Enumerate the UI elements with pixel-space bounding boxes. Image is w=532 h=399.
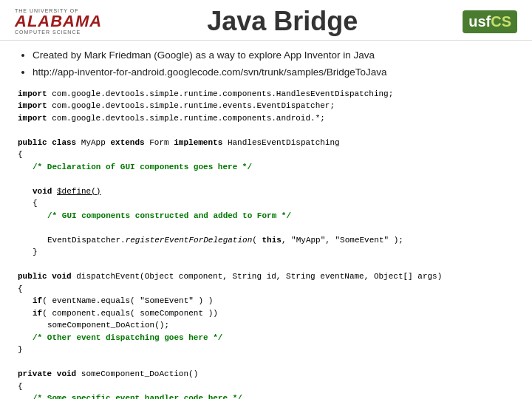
comment-gui: /* Declaration of GUI components goes he… (33, 161, 514, 174)
void-sdefine: void $define() (33, 185, 514, 198)
private-decl: private void someComponent_DoAction() (18, 368, 514, 381)
main-content: Created by Mark Friedman (Google) as a w… (0, 41, 532, 399)
comment-other: /* Other event dispatching goes here */ (33, 332, 514, 344)
page-title: Java Bridge (102, 6, 463, 37)
import-2: import com.google.devtools.simple.runtim… (18, 100, 514, 112)
comment-constructed: /* GUI components constructed and added … (47, 210, 514, 222)
blank-3 (18, 222, 514, 234)
dispatch-open: { (18, 283, 514, 296)
import-3: import com.google.devtools.simple.runtim… (18, 112, 514, 125)
bullet-list: Created by Mark Friedman (Google) as a w… (18, 48, 514, 81)
if-event: if( eventName.equals( "SomeEvent" ) ) (33, 295, 514, 307)
import-1: import com.google.devtools.simple.runtim… (18, 88, 514, 100)
private-open: { (18, 381, 514, 393)
header: THE UNIVERSITY OF ALABAMA COMPUTER SCIEN… (0, 0, 532, 41)
blank-5 (18, 356, 514, 369)
bullet-item-1: Created by Mark Friedman (Google) as a w… (33, 48, 514, 63)
class-decl: public class MyApp extends Form implemen… (18, 137, 514, 149)
void-close: } (33, 246, 514, 259)
logo-usf: usfCS (463, 10, 517, 33)
dispatch-close: } (18, 344, 514, 356)
blank-2 (18, 173, 514, 185)
some-action: someComponent_DoAction(); (47, 319, 514, 332)
bullet-item-2: http://app-inventor-for-android.googleco… (33, 65, 514, 80)
code-block: import com.google.devtools.simple.runtim… (18, 88, 514, 400)
univ-line3: COMPUTER SCIENCE (15, 30, 81, 35)
usf-logo-text: usfCS (468, 13, 511, 30)
blank-4 (18, 259, 514, 271)
dispatcher-line: EventDispatcher.registerEventForDelegati… (47, 234, 514, 247)
univ-line2: ALABAMA (15, 13, 102, 30)
if-component: if( component.equals( someComponent )) (33, 307, 514, 320)
class-open: { (18, 149, 514, 161)
comment-specific: /* Some specific event handler code here… (33, 392, 514, 399)
blank-1 (18, 124, 514, 137)
void-open: { (33, 197, 514, 210)
dispatch-decl: public void dispatchEvent(Object compone… (18, 270, 514, 283)
logo-alabama: THE UNIVERSITY OF ALABAMA COMPUTER SCIEN… (15, 8, 102, 35)
